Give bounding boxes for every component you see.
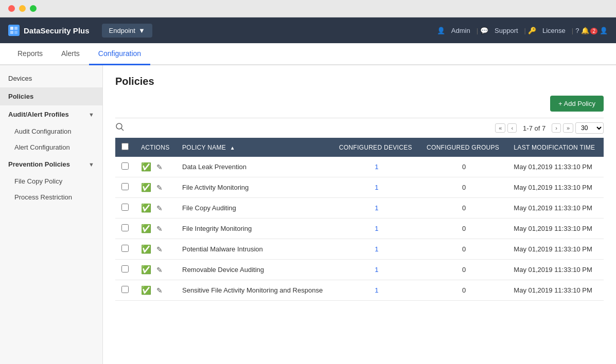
notification-badge: 2 [590, 28, 597, 34]
app-logo: DataSecurity Plus [8, 25, 90, 36]
row-configured-devices-6[interactable]: 1 [333, 280, 420, 301]
maximize-button[interactable] [30, 5, 37, 12]
edit-icon-3[interactable]: ✎ [156, 225, 163, 233]
select-all-checkbox[interactable] [121, 143, 129, 150]
sidebar-section-prevention[interactable]: Prevention Policies ▼ [0, 155, 102, 173]
row-configured-devices-4[interactable]: 1 [333, 239, 420, 260]
license-link[interactable]: License [538, 27, 570, 34]
dropdown-arrow-icon: ▼ [138, 27, 145, 34]
separator-1: | [477, 27, 478, 34]
admin-icon: 👤 [437, 27, 445, 34]
secondary-nav: Reports Alerts Configuration [0, 43, 616, 65]
app-name: DataSecurity Plus [24, 26, 90, 35]
module-selector[interactable]: Endpoint ▼ [102, 24, 152, 38]
sidebar-item-devices[interactable]: Devices [0, 69, 102, 87]
separator-3: | [572, 27, 573, 34]
search-button[interactable] [115, 122, 125, 134]
sidebar-item-audit-config[interactable]: Audit Configuration [0, 123, 102, 139]
sidebar-item-alert-config[interactable]: Alert Configuration [0, 139, 102, 155]
edit-icon-6[interactable]: ✎ [156, 286, 163, 295]
header-policy-name[interactable]: POLICY NAME ▲ [176, 138, 333, 157]
row-checkbox-cell [115, 239, 135, 260]
edit-icon-2[interactable]: ✎ [156, 204, 163, 212]
row-checkbox-1[interactable] [121, 183, 129, 190]
next-page-button[interactable]: › [552, 123, 561, 133]
main-layout: Devices Policies Audit/Alert Profiles ▼ … [0, 65, 616, 364]
nav-reports[interactable]: Reports [8, 43, 52, 65]
row-configured-groups-2: 0 [420, 198, 507, 219]
admin-link[interactable]: Admin [447, 27, 474, 34]
row-checkbox-0[interactable] [121, 162, 129, 170]
row-last-modified-2: May 01,2019 11:33:10 PM [507, 198, 604, 219]
prev-page-button[interactable]: ‹ [507, 123, 517, 133]
row-checkbox-cell [115, 219, 135, 239]
edit-icon-0[interactable]: ✎ [156, 163, 163, 171]
help-icon[interactable]: ? [575, 27, 579, 34]
row-configured-devices-5[interactable]: 1 [333, 260, 420, 280]
last-page-button[interactable]: » [563, 123, 573, 133]
first-page-button[interactable]: « [495, 123, 505, 133]
row-checkbox-cell [115, 198, 135, 219]
nav-alerts[interactable]: Alerts [52, 43, 89, 65]
row-policy-name-2: File Copy Auditing [176, 198, 333, 219]
svg-point-4 [116, 123, 122, 129]
row-checkbox-2[interactable] [121, 204, 129, 211]
row-actions-4: ✅ ✎ [135, 239, 176, 260]
svg-rect-2 [10, 31, 13, 34]
row-checkbox-4[interactable] [121, 245, 129, 252]
status-active-icon: ✅ [141, 203, 151, 213]
row-actions-1: ✅ ✎ [135, 177, 176, 198]
row-configured-devices-3[interactable]: 1 [333, 219, 420, 239]
logo-icon [8, 25, 20, 36]
sidebar-section-audit-alert[interactable]: Audit/Alert Profiles ▼ [0, 105, 102, 123]
svg-rect-0 [10, 27, 13, 30]
license-icon: 🔑 [528, 27, 536, 34]
page-size-select[interactable]: 30 50 100 [575, 122, 604, 134]
support-link[interactable]: Support [490, 27, 522, 34]
window-chrome [0, 0, 616, 17]
table-toolbar: « ‹ 1-7 of 7 › » 30 50 100 [115, 118, 604, 138]
svg-line-5 [121, 129, 124, 131]
row-policy-name-4: Potential Malware Intrusion [176, 239, 333, 260]
row-checkbox-cell [115, 157, 135, 177]
row-configured-devices-2[interactable]: 1 [333, 198, 420, 219]
table-row: ✅ ✎ Removable Device Auditing 1 0 May 01… [115, 260, 604, 280]
row-actions-6: ✅ ✎ [135, 280, 176, 301]
add-policy-button[interactable]: + Add Policy [550, 96, 604, 112]
table-row: ✅ ✎ File Copy Auditing 1 0 May 01,2019 1… [115, 198, 604, 219]
pagination-controls: « ‹ 1-7 of 7 › » 30 50 100 [495, 122, 604, 134]
module-label: Endpoint [109, 27, 135, 34]
header-checkbox-cell [115, 138, 135, 157]
row-policy-name-3: File Integrity Monitoring [176, 219, 333, 239]
row-configured-devices-1[interactable]: 1 [333, 177, 420, 198]
svg-rect-3 [14, 31, 17, 34]
minimize-button[interactable] [19, 5, 26, 12]
row-configured-groups-1: 0 [420, 177, 507, 198]
row-policy-name-6: Sensitive File Activity Monitoring and R… [176, 280, 333, 301]
sidebar-item-policies[interactable]: Policies [0, 87, 102, 105]
sidebar-section-audit-label: Audit/Alert Profiles [8, 111, 69, 118]
nav-configuration[interactable]: Configuration [89, 43, 150, 65]
sidebar-item-file-copy[interactable]: File Copy Policy [0, 173, 102, 189]
close-button[interactable] [8, 5, 15, 12]
status-active-icon: ✅ [141, 244, 151, 254]
table-row: ✅ ✎ Sensitive File Activity Monitoring a… [115, 280, 604, 301]
header-last-modification: LAST MODIFICATION TIME [507, 138, 604, 157]
row-configured-devices-0[interactable]: 1 [333, 157, 420, 177]
table-header: ACTIONS POLICY NAME ▲ CONFIGURED DEVICES… [115, 138, 604, 157]
edit-icon-5[interactable]: ✎ [156, 266, 163, 274]
row-checkbox-6[interactable] [121, 286, 129, 293]
page-title: Policies [115, 76, 604, 87]
status-active-icon: ✅ [141, 224, 151, 233]
sidebar-item-process-restriction[interactable]: Process Restriction [0, 189, 102, 205]
search-icon [115, 122, 125, 132]
row-checkbox-5[interactable] [121, 265, 129, 272]
edit-icon-4[interactable]: ✎ [156, 245, 163, 253]
status-active-icon: ✅ [141, 285, 151, 295]
top-nav-actions: 👤 Admin | 💬 Support | 🔑 License | ? 🔔2 👤 [437, 27, 608, 34]
notification-icon[interactable]: 🔔2 [581, 27, 597, 34]
row-checkbox-3[interactable] [121, 224, 129, 231]
row-policy-name-0: Data Leak Prevention [176, 157, 333, 177]
user-icon[interactable]: 👤 [600, 27, 608, 34]
edit-icon-1[interactable]: ✎ [156, 184, 163, 192]
